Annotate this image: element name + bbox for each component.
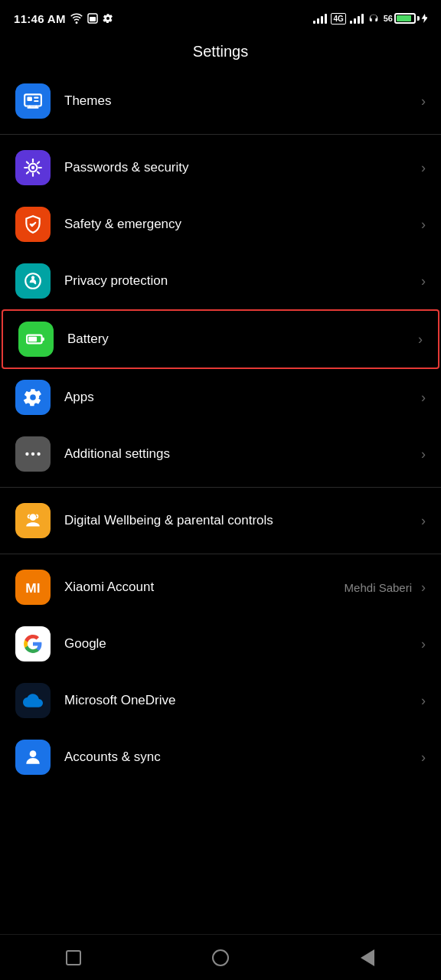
themes-icon — [23, 91, 43, 111]
setting-item-accounts[interactable]: Accounts & sync › — [0, 729, 441, 786]
setting-item-onedrive[interactable]: Microsoft OneDrive › — [0, 672, 441, 729]
setting-item-apps[interactable]: Apps › — [0, 369, 441, 426]
safety-icon-wrap — [15, 207, 51, 242]
apps-gear-icon — [23, 387, 43, 407]
divider-2 — [0, 487, 441, 488]
setting-item-wellbeing[interactable]: Digital Wellbeing & parental controls › — [0, 492, 441, 549]
xiaomi-chevron: › — [421, 580, 426, 596]
google-chevron: › — [421, 636, 426, 652]
xiaomi-icon: MI — [23, 577, 43, 597]
accounts-icon — [23, 747, 43, 767]
accounts-icon-wrap — [15, 740, 51, 775]
sim-icon — [87, 13, 98, 24]
privacy-label: Privacy protection — [64, 273, 418, 289]
svg-point-7 — [31, 166, 34, 169]
signal-bars-2 — [350, 13, 364, 24]
google-label: Google — [64, 636, 418, 652]
svg-line-9 — [38, 162, 39, 163]
wellbeing-icon — [23, 511, 43, 531]
safety-chevron: › — [421, 217, 426, 233]
svg-point-22 — [37, 452, 40, 456]
accounts-label: Accounts & sync — [64, 750, 418, 765]
settings-content: Themes › Passwor — [0, 73, 441, 839]
headphone-icon — [368, 13, 380, 24]
svg-rect-4 — [34, 97, 39, 99]
signal-bars-1 — [313, 13, 327, 24]
apps-label: Apps — [64, 390, 418, 405]
safety-icon — [23, 214, 43, 234]
setting-item-additional[interactable]: Additional settings › — [0, 426, 441, 482]
privacy-chevron: › — [421, 273, 426, 289]
privacy-icon — [23, 271, 43, 291]
google-icon — [23, 634, 43, 654]
additional-label: Additional settings — [64, 446, 418, 462]
status-time: 11:46 AM — [14, 12, 66, 25]
home-button[interactable] — [205, 942, 236, 973]
recent-apps-button[interactable] — [58, 942, 89, 973]
gear-status-icon — [103, 13, 113, 24]
onedrive-icon — [23, 691, 43, 710]
themes-label: Themes — [64, 93, 418, 109]
svg-point-25 — [30, 750, 37, 757]
xiaomi-icon-wrap: MI — [15, 570, 51, 605]
divider-3 — [0, 554, 441, 554]
additional-chevron: › — [421, 446, 426, 462]
google-icon-wrap — [15, 626, 51, 662]
battery-status: 56 — [384, 13, 427, 24]
recent-apps-icon — [66, 950, 81, 965]
divider-1 — [0, 134, 441, 135]
accounts-chevron: › — [421, 750, 426, 766]
setting-item-xiaomi[interactable]: MI Xiaomi Account Mehdi Saberi › — [0, 559, 441, 616]
svg-point-23 — [30, 514, 37, 521]
onedrive-chevron: › — [421, 693, 426, 709]
status-icons-right: 4G 56 — [313, 13, 427, 24]
safety-label: Safety & emergency — [64, 217, 418, 232]
home-icon — [212, 949, 229, 966]
wellbeing-icon-wrap — [15, 503, 51, 538]
lock-icon — [23, 158, 43, 178]
setting-item-themes[interactable]: Themes › — [0, 73, 441, 129]
apps-chevron: › — [421, 390, 426, 406]
back-button[interactable] — [352, 942, 383, 973]
more-dots-icon — [23, 444, 43, 464]
battery-setting-icon — [26, 329, 46, 349]
settings-group-3: Digital Wellbeing & parental controls › — [0, 492, 441, 549]
page-title: Settings — [0, 34, 441, 73]
setting-item-battery[interactable]: Battery › — [2, 309, 439, 369]
svg-rect-3 — [27, 97, 32, 101]
status-bar: 11:46 AM 4G — [0, 0, 441, 34]
onedrive-icon-wrap — [15, 683, 51, 718]
wellbeing-chevron: › — [421, 513, 426, 529]
additional-icon-wrap — [15, 436, 51, 472]
apps-icon-wrap — [15, 380, 51, 415]
setting-item-google[interactable]: Google › — [0, 616, 441, 672]
svg-rect-5 — [34, 100, 39, 102]
passwords-icon-wrap — [15, 150, 51, 185]
svg-point-17 — [31, 276, 34, 279]
setting-item-privacy[interactable]: Privacy protection › — [0, 253, 441, 309]
svg-line-11 — [38, 172, 39, 173]
wifi-icon — [70, 13, 83, 24]
themes-chevron: › — [421, 93, 426, 109]
themes-icon-wrap — [15, 83, 51, 119]
4g-badge: 4G — [331, 13, 345, 24]
battery-label: Battery — [67, 332, 415, 347]
svg-text:MI: MI — [25, 580, 40, 596]
back-icon — [361, 949, 374, 966]
privacy-icon-wrap — [15, 263, 51, 299]
wellbeing-label: Digital Wellbeing & parental controls — [64, 513, 418, 528]
battery-icon-wrap — [18, 322, 54, 357]
battery-chevron: › — [418, 332, 423, 348]
svg-line-13 — [27, 172, 28, 173]
settings-group-1: Themes › — [0, 73, 441, 129]
passwords-chevron: › — [421, 160, 426, 176]
svg-point-20 — [25, 452, 28, 456]
setting-item-passwords[interactable]: Passwords & security › — [0, 139, 441, 196]
onedrive-label: Microsoft OneDrive — [64, 693, 418, 708]
passwords-label: Passwords & security — [64, 160, 418, 175]
xiaomi-value: Mehdi Saberi — [345, 581, 412, 594]
setting-item-safety[interactable]: Safety & emergency › — [0, 196, 441, 253]
nav-bar — [0, 934, 441, 980]
svg-line-15 — [27, 162, 28, 163]
svg-rect-19 — [28, 337, 37, 342]
